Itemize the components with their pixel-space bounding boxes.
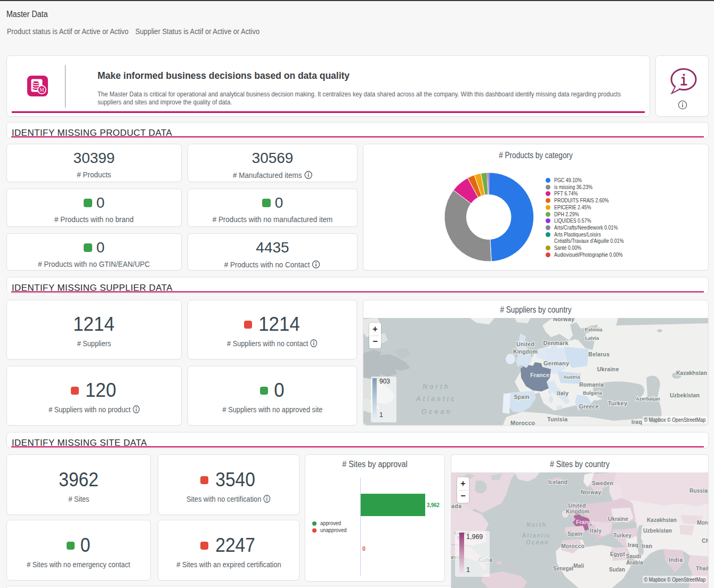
svg-text:Austria: Austria (563, 374, 580, 380)
svg-text:Thailan: Thailan (696, 565, 708, 571)
svg-text:Estonia: Estonia (585, 327, 603, 332)
svg-text:France: France (530, 372, 549, 378)
svg-text:Kazakhstan: Kazakhstan (647, 517, 677, 523)
svg-text:Denmark: Denmark (543, 340, 569, 346)
svg-text:Norway: Norway (553, 318, 575, 322)
svg-text:Belarus: Belarus (588, 351, 610, 357)
svg-text:Iraq: Iraq (628, 542, 638, 548)
svg-text:Tunisia: Tunisia (547, 416, 568, 422)
svg-text:Italy: Italy (557, 390, 569, 396)
svg-text:Senegal: Senegal (553, 565, 573, 571)
svg-text:Italy: Italy (590, 527, 602, 534)
svg-text:Germany: Germany (543, 360, 570, 366)
svg-text:Russia: Russia (689, 487, 708, 494)
svg-text:Iraq: Iraq (631, 419, 642, 425)
svg-text:Azerbaijan: Azerbaijan (636, 396, 660, 402)
svg-text:Kingdom: Kingdom (513, 348, 538, 355)
svg-text:M: M (39, 87, 44, 93)
svg-text:Saudi: Saudi (626, 553, 641, 559)
svg-text:Kazakhstan: Kazakhstan (676, 370, 707, 376)
svg-text:nada: nada (451, 503, 461, 509)
svg-text:Turkey: Turkey (613, 532, 631, 538)
svg-text:Iceland: Iceland (548, 479, 567, 485)
svg-text:Romania: Romania (579, 381, 604, 388)
svg-text:Ukraine: Ukraine (608, 516, 628, 522)
svg-text:Sudan: Sudan (609, 566, 625, 573)
svg-text:Turkey: Turkey (608, 400, 628, 406)
svg-text:Spain: Spain (514, 394, 530, 400)
svg-text:Bulgaria: Bulgaria (583, 390, 603, 396)
svg-text:India: India (669, 557, 683, 563)
svg-text:Morocco: Morocco (510, 420, 535, 425)
svg-text:United: United (516, 341, 534, 347)
svg-text:Uzbekistan: Uzbekistan (643, 527, 672, 534)
svg-text:Greece: Greece (579, 403, 599, 410)
svg-text:Kingdom: Kingdom (566, 508, 589, 514)
svg-text:Morocco: Morocco (561, 543, 585, 549)
svg-text:Spain: Spain (567, 530, 582, 537)
svg-text:Iran: Iran (642, 543, 652, 549)
svg-text:Mongo: Mongo (697, 519, 708, 526)
svg-text:Uzbekistan: Uzbekistan (670, 392, 700, 398)
svg-text:Arabia: Arabia (626, 559, 643, 566)
svg-text:China: China (702, 537, 708, 544)
svg-text:Latvia: Latvia (585, 336, 599, 341)
svg-text:Norway: Norway (581, 489, 601, 495)
svg-text:Sweden: Sweden (592, 480, 613, 486)
svg-text:France: France (576, 519, 594, 525)
svg-text:Mali: Mali (573, 562, 584, 569)
svg-text:Egypt: Egypt (610, 551, 626, 557)
svg-text:Ukraine: Ukraine (597, 366, 619, 372)
